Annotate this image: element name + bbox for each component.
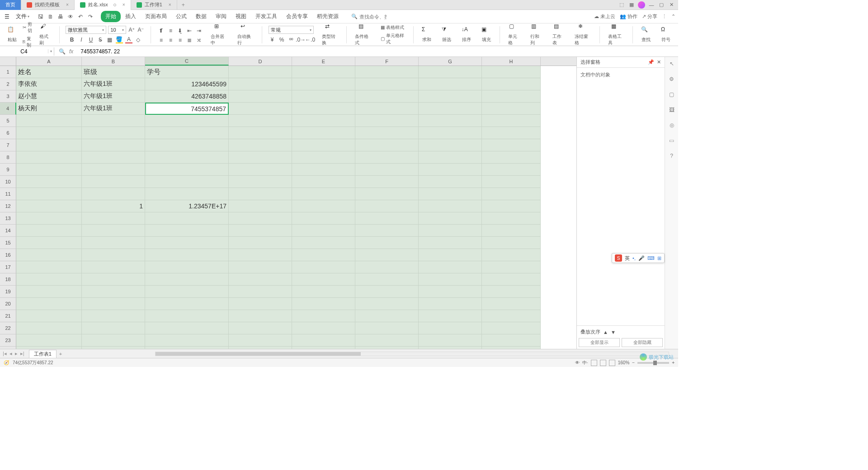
col-header[interactable]: F [355, 57, 419, 66]
cell[interactable] [82, 176, 145, 188]
cell[interactable] [229, 115, 292, 127]
add-tab-button[interactable]: + [177, 2, 189, 8]
cell[interactable] [16, 347, 82, 349]
row-header[interactable]: 23 [0, 334, 16, 347]
col-header[interactable]: A [16, 57, 82, 66]
share-button[interactable]: ↗ 分享 [642, 13, 657, 20]
align-middle-icon[interactable]: ≡ [167, 27, 174, 34]
redo-icon[interactable]: ↷ [86, 13, 94, 21]
ime-punct-icon[interactable]: •, [632, 255, 636, 261]
ime-menu-icon[interactable]: ⊞ [657, 255, 661, 261]
cell[interactable] [16, 310, 82, 322]
cut-button[interactable]: ✂ 剪切 [22, 21, 35, 34]
book-strip-icon[interactable]: ▭ [668, 136, 676, 145]
cell[interactable] [355, 66, 419, 78]
cell[interactable] [419, 139, 482, 151]
font-name-select[interactable]: 微软雅黑▾ [66, 26, 106, 34]
cell[interactable] [229, 103, 292, 115]
row-header[interactable]: 11 [0, 188, 16, 200]
badge-icon[interactable]: ⬚ [618, 1, 626, 9]
cell[interactable] [82, 139, 145, 151]
cell[interactable] [419, 78, 482, 90]
cell[interactable]: 1 [82, 200, 145, 212]
bold-button[interactable]: B [68, 36, 75, 43]
cell[interactable] [482, 212, 541, 225]
sheet-last-icon[interactable]: ▸| [19, 351, 25, 357]
cell[interactable] [16, 115, 82, 127]
decrease-decimal-icon[interactable]: ←.0 [307, 36, 314, 43]
cell[interactable] [292, 322, 355, 334]
cell[interactable] [292, 298, 355, 310]
eye-icon[interactable]: 👁 [575, 360, 580, 365]
tab-start[interactable]: 开始 [101, 11, 121, 22]
cell[interactable] [16, 261, 82, 273]
cell[interactable] [482, 249, 541, 261]
col-header[interactable]: H [482, 57, 541, 66]
decrease-font-icon[interactable]: A⁻ [137, 26, 144, 33]
close-button[interactable]: ✕ [667, 1, 675, 9]
cell[interactable] [229, 176, 292, 188]
freeze-button[interactable]: ❄冻结窗格 [573, 22, 593, 47]
row-header[interactable]: 4 [0, 103, 16, 115]
cell[interactable] [355, 334, 419, 347]
row-header[interactable]: 7 [0, 139, 16, 151]
tab-devtools[interactable]: 开发工具 [251, 11, 282, 22]
undo-icon[interactable]: ↶ [76, 13, 85, 21]
lang-icon[interactable]: 中· [582, 360, 588, 366]
row-header[interactable]: 20 [0, 298, 16, 310]
cell[interactable] [292, 164, 355, 176]
type-convert-button[interactable]: ⇄类型转换 [320, 22, 340, 47]
cell[interactable] [145, 249, 229, 261]
cell[interactable] [355, 298, 419, 310]
cell[interactable] [355, 164, 419, 176]
strike-button[interactable]: S̶ [97, 36, 104, 43]
currency-icon[interactable]: ¥ [269, 36, 276, 43]
page-view-icon[interactable] [600, 360, 606, 366]
cell[interactable] [419, 188, 482, 200]
cell[interactable] [145, 188, 229, 200]
cell[interactable] [355, 200, 419, 212]
clear-format-button[interactable]: ◇ [135, 36, 142, 43]
cell[interactable] [355, 127, 419, 139]
cell[interactable] [482, 200, 541, 212]
cell[interactable] [145, 176, 229, 188]
tab-member[interactable]: 会员专享 [282, 11, 312, 22]
cell[interactable] [419, 334, 482, 347]
close-icon[interactable]: × [66, 2, 69, 7]
cell[interactable] [16, 188, 82, 200]
cell[interactable] [419, 212, 482, 225]
cell[interactable]: 班级 [82, 66, 145, 78]
cell[interactable] [16, 151, 82, 164]
row-header[interactable]: 13 [0, 212, 16, 225]
reading-view-icon[interactable] [609, 360, 615, 366]
cell[interactable] [419, 66, 482, 78]
cell[interactable] [229, 322, 292, 334]
col-header[interactable]: E [292, 57, 355, 66]
row-header[interactable]: 6 [0, 127, 16, 139]
ime-voice-icon[interactable]: 🎤 [638, 255, 645, 261]
minimize-button[interactable]: — [647, 1, 656, 9]
cell[interactable] [292, 139, 355, 151]
cell[interactable]: 1234645599 [145, 78, 229, 90]
avatar[interactable] [637, 1, 646, 9]
cell[interactable] [229, 310, 292, 322]
row-header[interactable]: 16 [0, 249, 16, 261]
cell[interactable] [419, 286, 482, 298]
collapse-ribbon[interactable]: ⌃ [671, 14, 675, 19]
cell[interactable]: 六年级1班 [82, 90, 145, 103]
fill-button[interactable]: ▣填充 [480, 25, 493, 44]
tab-docer[interactable]: 稻壳资源 [312, 11, 343, 22]
col-header[interactable]: B [82, 57, 145, 66]
cell[interactable] [292, 334, 355, 347]
cell[interactable] [16, 212, 82, 225]
settings-strip-icon[interactable]: ⚙ [668, 75, 676, 83]
indent-increase-icon[interactable]: ⇥ [195, 27, 203, 34]
image-strip-icon[interactable]: 🖼 [668, 106, 676, 114]
cell[interactable] [419, 310, 482, 322]
cell[interactable] [292, 188, 355, 200]
cell[interactable] [16, 273, 82, 286]
sort-button[interactable]: ↓A排序 [460, 25, 473, 44]
cell[interactable] [145, 273, 229, 286]
cell[interactable] [292, 151, 355, 164]
cell[interactable] [292, 225, 355, 237]
